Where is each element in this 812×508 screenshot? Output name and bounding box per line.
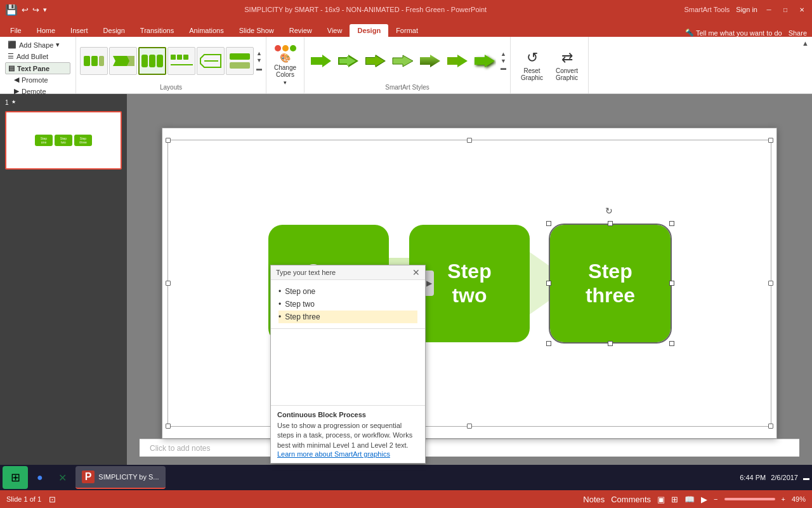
sh-bc[interactable] [608, 341, 613, 346]
sh-br[interactable] [669, 341, 674, 346]
svg-marker-25 [447, 55, 468, 67]
layouts-scroll-up[interactable]: ▲ [256, 50, 262, 57]
layout-icon-4[interactable] [167, 47, 195, 75]
styles-scroll-up[interactable]: ▲ [501, 51, 506, 57]
tell-me-input[interactable]: 🔦 Tell me what you want to do [685, 29, 782, 37]
change-colors-dropdown[interactable]: ▾ [284, 79, 287, 86]
sh-bl[interactable] [546, 341, 551, 346]
zoom-slider[interactable] [724, 498, 775, 500]
styles-expand[interactable]: ▬ [501, 65, 506, 71]
slide-canvas[interactable]: Stepone Steptwo ↻ Stepthree [162, 128, 777, 439]
svg-rect-2 [99, 56, 104, 66]
style-6[interactable] [445, 47, 470, 75]
share-btn[interactable]: Share [789, 29, 807, 37]
ribbon: ⬛ Add Shape ▾ ☰ Add Bullet ▤ Text Pane ◀… [0, 37, 812, 94]
style-5[interactable] [417, 47, 443, 75]
layout-icon-6[interactable] [226, 47, 254, 75]
add-shape-btn[interactable]: ⬛ Add Shape ▾ [5, 39, 70, 50]
style-7[interactable] [472, 47, 497, 75]
text-pane-header: Type your text here ✕ [271, 265, 425, 280]
undo-icon[interactable]: ↩ [22, 5, 29, 15]
sh-mr[interactable] [669, 281, 674, 286]
tab-slideshow[interactable]: Slide Show [232, 24, 282, 37]
taskbar-excel[interactable]: ✕ [52, 466, 73, 489]
excel-icon: ✕ [58, 472, 67, 484]
tab-transitions[interactable]: Transitions [133, 24, 181, 37]
tab-home[interactable]: Home [29, 24, 63, 37]
redo-icon[interactable]: ↪ [32, 5, 39, 15]
normal-view-icon[interactable]: ▣ [657, 495, 665, 504]
styles-scroll-down[interactable]: ▼ [501, 58, 506, 64]
smartart-styles-label: SmartArt Styles [308, 83, 506, 91]
step-two-text: Steptwo [447, 259, 491, 308]
layouts-scroll-down[interactable]: ▼ [256, 57, 262, 64]
tab-smartart-design[interactable]: Design [350, 24, 388, 37]
thumb-inner: Stepone Steptwo Stepthree [9, 115, 118, 166]
text-pane-close-btn[interactable]: ✕ [412, 268, 420, 277]
context-tools: SmartArt Tools [684, 6, 730, 13]
color-dots [275, 45, 296, 51]
close-btn[interactable]: ✕ [797, 4, 807, 15]
reset-graphic-btn[interactable]: ↺ ResetGraphic [516, 47, 548, 84]
start-button[interactable]: ⊞ [3, 466, 28, 489]
show-desktop-btn[interactable]: ▬ [803, 474, 809, 481]
layout-icon-1[interactable] [80, 47, 108, 75]
notes-btn[interactable]: Notes [583, 495, 605, 504]
step-three-box[interactable]: Stepthree [550, 225, 671, 342]
slide-thumbnail-1[interactable]: Stepone Steptwo Stepthree [5, 111, 122, 170]
svg-rect-8 [157, 55, 163, 67]
add-bullet-btn[interactable]: ☰ Add Bullet [5, 51, 70, 62]
sh-ml[interactable] [546, 281, 551, 286]
learn-more-link[interactable]: Learn more about SmartArt graphics [277, 450, 419, 458]
zoom-in-btn[interactable]: + [782, 495, 785, 503]
tab-review[interactable]: Review [282, 24, 320, 37]
style-3[interactable] [363, 47, 388, 75]
style-1[interactable] [308, 47, 334, 75]
text-pane-item-3[interactable]: • Step three [278, 311, 417, 323]
sign-in-btn[interactable]: Sign in [736, 6, 757, 13]
sh-tr[interactable] [669, 221, 674, 226]
customize-icon[interactable]: ▾ [43, 6, 47, 14]
sh-tc[interactable] [608, 221, 613, 226]
text-pane-btn[interactable]: ▤ Text Pane [5, 62, 70, 74]
taskbar-chrome[interactable]: ● [30, 466, 49, 489]
layouts-expand[interactable]: ▬ [256, 65, 262, 72]
svg-rect-9 [171, 55, 176, 60]
ribbon-collapse-btn[interactable]: ▲ [802, 37, 812, 93]
notes-area[interactable]: Click to add notes [140, 439, 799, 457]
layouts-label: Layouts [80, 83, 262, 91]
slideshow-icon[interactable]: ▶ [701, 495, 707, 504]
change-colors-btn[interactable]: 🎨 ChangeColors ▾ [266, 37, 304, 93]
tab-design[interactable]: Design [96, 24, 133, 37]
maximize-btn[interactable]: □ [780, 4, 790, 15]
tab-animations[interactable]: Animations [181, 24, 231, 37]
item-2-label: Step two [285, 300, 315, 309]
convert-graphic-btn[interactable]: ⇄ ConvertGraphic [551, 47, 583, 84]
layout-icon-3[interactable] [138, 47, 166, 75]
style-2[interactable] [336, 47, 361, 75]
fit-slide-icon[interactable]: ⊡ [49, 495, 56, 504]
text-pane-item-2[interactable]: • Step two [278, 298, 417, 311]
add-shape-dropdown[interactable]: ▾ [56, 41, 60, 49]
slide-sorter-icon[interactable]: ⊞ [671, 495, 678, 504]
sh-tl[interactable] [546, 221, 551, 226]
layout-icon-2[interactable] [109, 47, 137, 75]
rotate-handle[interactable]: ↻ [605, 206, 615, 216]
layout-icon-5[interactable] [197, 47, 225, 75]
zoom-out-btn[interactable]: − [714, 495, 717, 503]
reading-view-icon[interactable]: 📖 [684, 495, 695, 504]
comments-btn[interactable]: Comments [611, 495, 651, 504]
taskbar-powerpoint[interactable]: P SIMPLICITY by S... [75, 466, 166, 489]
tab-file[interactable]: File [3, 24, 29, 37]
tab-format[interactable]: Format [388, 24, 426, 37]
text-pane-item-1[interactable]: • Step one [278, 285, 417, 298]
taskbar-time: 6:44 PM [740, 474, 766, 481]
style-4[interactable] [390, 47, 416, 75]
minimize-btn[interactable]: ─ [764, 4, 774, 15]
change-colors-icon: 🎨 [280, 53, 291, 63]
zoom-level: 49% [792, 495, 806, 503]
promote-btn[interactable]: ◀ Promote [11, 74, 70, 85]
tab-view[interactable]: View [320, 24, 350, 37]
reset-icon: ↺ [527, 50, 538, 66]
tab-insert[interactable]: Insert [63, 24, 96, 37]
